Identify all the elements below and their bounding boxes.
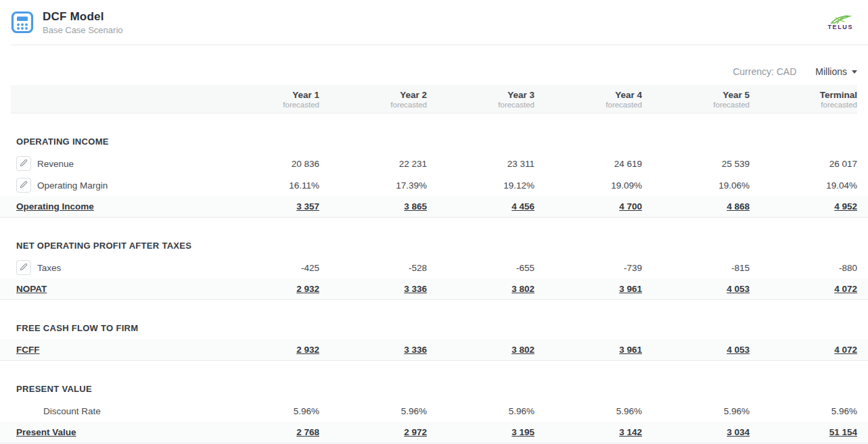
- cell-value: 4 700: [534, 201, 642, 212]
- column-label: Year 1: [212, 90, 319, 100]
- row-label: Discount Rate: [43, 406, 101, 416]
- row-label: Operating Income: [16, 201, 94, 212]
- cell-value: 17.39%: [319, 180, 427, 191]
- cell-value: -425: [212, 263, 319, 273]
- column-sublabel: forecasted: [427, 101, 534, 109]
- column-header-year-5: Year 5forecasted: [642, 85, 750, 113]
- column-label: Year 2: [319, 90, 427, 100]
- pencil-icon: [20, 159, 28, 169]
- cell-value: 4 053: [642, 345, 750, 355]
- row-label-cell: FCFF: [11, 345, 212, 355]
- table-controls: Currency: CAD Millions: [11, 64, 857, 80]
- row-label: Present Value: [16, 427, 76, 437]
- section-title: PRESENT VALUE: [11, 378, 857, 400]
- cell-value: -528: [319, 263, 427, 273]
- cell-value: 19.12%: [427, 180, 534, 191]
- currency-label: Currency: CAD: [733, 66, 796, 77]
- column-label: Year 5: [642, 90, 750, 100]
- edit-pencil-button[interactable]: [16, 260, 31, 275]
- cell-value: 3 961: [534, 284, 642, 294]
- app-header: DCF Model Base Case Scenario TELUS: [0, 0, 868, 45]
- cell-value: 5.96%: [427, 406, 534, 416]
- cell-value: 3 142: [534, 427, 642, 437]
- cell-value: 4 053: [642, 284, 750, 294]
- cell-value: 2 932: [212, 345, 319, 355]
- row-label-cell: Taxes: [11, 260, 212, 275]
- row-label: FCFF: [16, 345, 40, 355]
- cell-value: 5.96%: [750, 406, 857, 416]
- cell-value: 4 868: [642, 201, 750, 212]
- cell-value: 5.96%: [642, 406, 750, 416]
- column-sublabel: forecasted: [212, 101, 319, 109]
- total-row-operating-income: Operating Income3 3573 8654 4564 7004 86…: [0, 196, 868, 218]
- table-row-taxes: Taxes-425-528-655-739-815-880: [11, 257, 857, 278]
- cell-value: 19.09%: [534, 180, 642, 191]
- total-row-present-value: Present Value2 7682 9723 1953 1423 03451…: [0, 422, 868, 443]
- cell-value: 5.96%: [212, 406, 319, 416]
- cell-value: 2 932: [212, 284, 319, 294]
- table-row-operating-margin: Operating Margin16.11%17.39%19.12%19.09%…: [11, 174, 857, 196]
- column-header-terminal: Terminalforecasted: [750, 85, 857, 113]
- row-label-cell: Present Value: [11, 427, 212, 437]
- column-label: Terminal: [750, 90, 857, 100]
- row-label: Revenue: [37, 159, 74, 169]
- calculator-icon: [11, 11, 34, 34]
- column-header-year-1: Year 1forecasted: [212, 85, 319, 113]
- table-row-discount-rate: Discount Rate5.96%5.96%5.96%5.96%5.96%5.…: [11, 400, 857, 422]
- cell-value: 19.04%: [750, 180, 857, 191]
- millions-dropdown[interactable]: Millions: [815, 66, 857, 77]
- cell-value: 23 311: [427, 159, 534, 169]
- cell-value: 2 972: [319, 427, 427, 437]
- cell-value: 3 802: [427, 284, 534, 294]
- cell-value: 5.96%: [534, 406, 642, 416]
- section-title: NET OPERATING PROFIT AFTER TAXES: [11, 235, 857, 257]
- row-label: Taxes: [37, 263, 61, 273]
- column-sublabel: forecasted: [319, 101, 427, 109]
- cell-value: 2 768: [212, 427, 319, 437]
- cell-value: 16.11%: [212, 180, 319, 191]
- dcf-model-page: DCF Model Base Case Scenario TELUS Curre…: [0, 0, 868, 444]
- table-header-row: Year 1forecastedYear 2forecastedYear 3fo…: [11, 85, 857, 114]
- cell-value: 4 072: [750, 345, 857, 355]
- cell-value: 51 154: [750, 427, 857, 437]
- row-label-cell: NOPAT: [11, 284, 212, 294]
- header-divider: [11, 45, 868, 45]
- page-subtitle: Base Case Scenario: [43, 25, 123, 35]
- cell-value: 4 456: [427, 201, 534, 212]
- cell-value: 3 336: [319, 345, 427, 355]
- column-label: Year 3: [427, 90, 534, 100]
- cell-value: 3 034: [642, 427, 750, 437]
- section-net-operating-profit-after-taxes: NET OPERATING PROFIT AFTER TAXESTaxes-42…: [11, 235, 857, 300]
- column-sublabel: forecasted: [534, 101, 642, 109]
- telus-wordmark: TELUS: [827, 24, 853, 30]
- column-label: Year 4: [534, 90, 642, 100]
- edit-pencil-button[interactable]: [16, 178, 31, 193]
- column-header-year-4: Year 4forecasted: [534, 85, 642, 113]
- cell-value: 5.96%: [319, 406, 427, 416]
- row-label-cell: Discount Rate: [11, 406, 212, 416]
- total-row-fcff: FCFF2 9323 3363 8023 9614 0534 072: [0, 339, 868, 361]
- column-sublabel: forecasted: [642, 101, 750, 109]
- cell-value: 25 539: [642, 159, 750, 169]
- section-present-value: PRESENT VALUEDiscount Rate5.96%5.96%5.96…: [11, 378, 857, 443]
- header-titles: DCF Model Base Case Scenario: [43, 10, 123, 35]
- cell-value: 4 952: [750, 201, 857, 212]
- cell-value: 3 195: [427, 427, 534, 437]
- cell-value: 20 836: [212, 159, 319, 169]
- edit-pencil-button[interactable]: [16, 156, 31, 171]
- cell-value: 26 017: [750, 159, 857, 169]
- section-free-cash-flow-to-firm: FREE CASH FLOW TO FIRMFCFF2 9323 3363 80…: [11, 318, 857, 361]
- dcf-table: Year 1forecastedYear 2forecastedYear 3fo…: [11, 85, 857, 443]
- cell-value: 4 072: [750, 284, 857, 294]
- cell-value: -880: [750, 263, 857, 273]
- row-label: Operating Margin: [37, 180, 108, 191]
- section-title: OPERATING INCOME: [11, 131, 857, 153]
- chevron-down-icon: [852, 70, 857, 74]
- row-label-cell: Operating Income: [11, 201, 212, 212]
- section-title: FREE CASH FLOW TO FIRM: [11, 318, 857, 339]
- cell-value: 3 336: [319, 284, 427, 294]
- cell-value: 19.06%: [642, 180, 750, 191]
- millions-dropdown-value: Millions: [815, 66, 847, 77]
- cell-value: 3 357: [212, 201, 319, 212]
- column-header-year-3: Year 3forecasted: [427, 85, 534, 113]
